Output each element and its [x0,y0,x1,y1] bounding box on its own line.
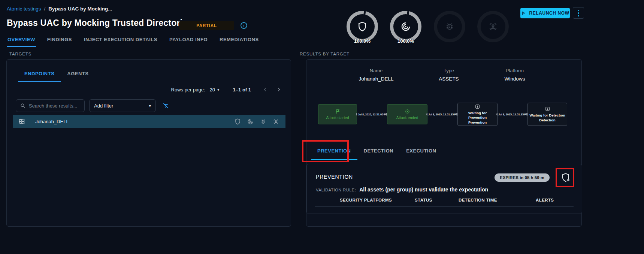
validation-rule-row: VALIDATION RULE: All assets (per group) … [316,187,488,193]
status-badge: PARTIAL [179,21,234,30]
main-tabs: OVERVIEW FINDINGS INJECT EXECUTION DETAI… [7,35,260,47]
bug-icon [260,118,267,125]
next-page-button[interactable] [274,85,283,94]
rows-per-page-label: Rows per page: [171,87,205,93]
caret-down-icon: ▾ [149,103,151,108]
relaunch-now-button[interactable]: RELAUNCH NOW [520,8,570,18]
endpoint-status-icons [234,118,285,125]
timeline-node-waiting-prevention: Waiting for Prevention Prevention [457,103,498,126]
person-target-icon [272,118,279,125]
clear-filters-button[interactable] [162,101,171,110]
tab-payload-info[interactable]: PAYLOAD INFO [169,35,208,47]
gauge-human-response-score [477,11,509,42]
column-alerts: ALERTS [536,198,582,202]
tab-endpoints[interactable]: ENDPOINTS [18,69,61,82]
rows-per-page-value: 20 [210,87,215,93]
endpoint-name: Johanah_DELL [35,119,234,124]
bug-icon [444,21,455,32]
timeline-node-label: Attack ended [396,116,418,120]
timeline-node-attack-started: Attack started [318,104,357,124]
timeline-node-label: Waiting for Detection [529,113,565,118]
flag-icon [335,109,341,116]
pending-icon [475,104,480,111]
timeline-node-sublabel: Prevention [468,120,487,125]
play-icon [521,10,526,16]
tab-detection[interactable]: DETECTION [357,143,400,160]
tab-execution[interactable]: EXECUTION [400,143,442,160]
info-icon[interactable] [240,21,248,30]
timeline-node-waiting-detection: Waiting for Detection Detection [527,103,567,126]
result-tabs: PREVENTION DETECTION EXECUTION [311,143,442,160]
results-section-label: RESULTS BY TARGET [300,52,350,56]
gauge-value: 100.0% [347,38,378,44]
summary-type: Type ASSETS [439,68,459,82]
radar-icon [247,118,254,125]
summary-type-label: Type [439,68,459,73]
expires-chip: EXPIRES in 05 h 59 m [495,173,550,182]
add-filter-select[interactable]: Add filter ▾ [89,99,156,112]
radar-icon [400,21,411,32]
timeline-connector: Jul 8, 2025, 12:51:35 PM ▸ [498,112,527,117]
pagination-bar: Rows per page: 20 ▾ 1–1 of 1 [171,84,283,95]
previous-page-button[interactable] [261,85,270,94]
search-input[interactable] [29,103,81,109]
gauge-prevention-score: 100.0% [347,11,378,42]
targets-section-label: TARGETS [9,52,31,56]
caret-down-icon: ▾ [217,87,220,92]
prevention-card: PREVENTION EXPIRES in 05 h 59 m VALIDATI… [306,164,582,214]
timeline-connector: Jul 8, 2025, 12:51:00 PM ▸ [357,112,387,117]
shield-plus-icon [561,172,573,183]
pagination-range: 1–1 of 1 [233,87,251,93]
relaunch-now-label: RELAUNCH NOW [529,10,569,16]
person-target-icon [487,21,499,32]
arrow-right-icon: ▸ [454,113,456,116]
tab-prevention[interactable]: PREVENTION [311,143,357,160]
rows-per-page-select[interactable]: 20 ▾ [210,87,220,93]
pending-icon [545,106,550,113]
timeline-node-sublabel: Detection [539,118,555,123]
prevention-card-title: PREVENTION [316,174,353,180]
add-security-platform-button[interactable] [561,172,573,184]
arrow-right-icon: ▸ [384,113,385,116]
gauge-value: 100.0% [390,38,421,44]
summary-platform-value: Windows [505,76,525,82]
summary-type-value: ASSETS [439,76,459,82]
timeline-node-label: Attack started [326,116,349,120]
tab-agents[interactable]: AGENTS [61,69,95,82]
more-options-button[interactable] [573,7,584,19]
shield-icon [357,21,368,32]
expectation-table-header: SECURITY PLATFORMS STATUS DETECTION TIME… [307,198,582,202]
timeline-node-attack-ended: Attack ended [387,104,427,124]
tab-remediations[interactable]: REMEDIATIONS [219,35,260,47]
timeline-connector: Jul 8, 2025, 12:51:35 PM ▸ [427,112,457,117]
tab-inject-execution-details[interactable]: INJECT EXECUTION DETAILS [83,35,158,47]
breadcrumb-separator: / [44,6,46,12]
windows-icon [18,118,25,125]
gauge-detection-score: 100.0% [390,11,421,42]
target-icon [405,109,410,116]
table-divider [315,206,574,207]
summary-name-label: Name [359,68,393,73]
targets-panel: ENDPOINTS AGENTS Rows per page: 20 ▾ 1–1… [6,59,291,227]
tab-overview[interactable]: OVERVIEW [7,35,36,47]
page-title: Bypass UAC by Mocking Trusted Directorie… [7,18,192,28]
tab-findings[interactable]: FINDINGS [46,35,73,47]
add-filter-label: Add filter [94,103,149,109]
breadcrumb-link-atomic-testings[interactable]: Atomic testings [7,6,41,12]
filter-row: Add filter ▾ [16,99,171,112]
summary-name-value: Johanah_DELL [359,76,393,82]
targets-tabs: ENDPOINTS AGENTS [18,69,95,82]
summary-platform-label: Platform [505,68,525,73]
column-status: STATUS [415,198,459,202]
filter-off-icon [162,102,171,110]
column-detection-time: DETECTION TIME [459,198,536,202]
endpoint-row-johanah-dell[interactable]: Johanah_DELL [13,115,285,128]
column-security-platforms: SECURITY PLATFORMS [340,198,415,202]
summary-platform: Platform Windows [505,68,525,82]
kebab-icon [578,10,579,11]
gauge-vulnerability-score [434,11,465,42]
results-by-target-panel: Name Johanah_DELL Type ASSETS Platform W… [306,59,582,227]
breadcrumb: Atomic testings / Bypass UAC by Mocking.… [7,6,112,12]
timeline-node-label: Waiting for Prevention [459,111,496,120]
arrow-right-icon: ▸ [524,113,526,116]
